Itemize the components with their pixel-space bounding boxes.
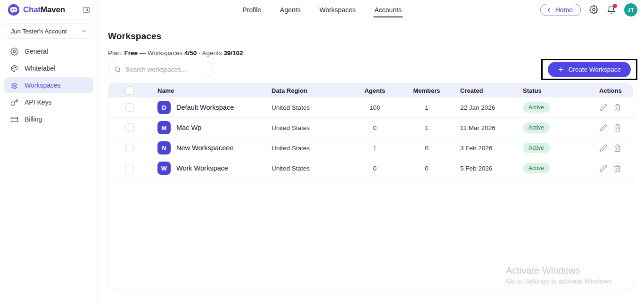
sidebar-item-label: Workspaces	[25, 81, 61, 89]
tab-workspaces[interactable]: Workspaces	[319, 0, 355, 19]
status-badge: Active	[523, 122, 550, 133]
home-button-label: Home	[555, 6, 573, 14]
workspace-name: Work Workspace	[176, 164, 228, 172]
workspace-members-count: 0	[401, 145, 453, 152]
gear-icon	[10, 48, 18, 56]
workspace-avatar: W	[157, 162, 171, 175]
account-selector-label: Jun Tester's Account	[11, 28, 67, 35]
workspace-avatar: M	[157, 121, 171, 134]
sidebar-item-api-keys[interactable]: API Keys	[4, 94, 93, 110]
create-workspace-button[interactable]: Create Workspace	[548, 62, 631, 77]
key-icon	[10, 98, 18, 106]
plan-dot: ·	[198, 49, 201, 57]
tab-profile[interactable]: Profile	[242, 0, 261, 19]
workspace-name: Default Workspace	[176, 104, 234, 111]
workspace-agents-count: 0	[349, 165, 401, 172]
workspace-name: Mac Wp	[176, 124, 201, 131]
workspace-created-date: 22 Jan 2026	[453, 104, 521, 111]
edit-pencil-icon[interactable]	[599, 104, 607, 112]
sidebar-item-label: Billing	[25, 115, 42, 123]
column-header-created: Created	[453, 87, 521, 94]
plan-workspaces-count: 4/50	[184, 49, 197, 57]
edit-pencil-icon[interactable]	[599, 124, 607, 132]
status-badge: Active	[523, 102, 550, 113]
palette-icon	[10, 65, 18, 73]
workspace-members-count: 1	[401, 104, 453, 111]
workspaces-table: Name Data Region Agents Members Created …	[108, 83, 633, 290]
sidebar-item-label: General	[25, 48, 48, 55]
status-badge: Active	[523, 163, 550, 173]
main-content: Workspaces Plan: Free — Workspaces 4/50 …	[98, 19, 644, 301]
settings-gear-icon[interactable]	[589, 5, 598, 14]
workspace-avatar: D	[157, 101, 171, 114]
row-checkbox[interactable]	[125, 164, 134, 172]
table-row: N New Workspaceee United States 1 0 3 Fe…	[108, 138, 633, 158]
plan-workspaces-label: Workspaces	[148, 49, 182, 57]
workspace-agents-count: 1	[349, 145, 401, 152]
layers-icon	[10, 81, 18, 89]
sidebar-item-whitelabel[interactable]: Whitelabel	[4, 60, 93, 76]
workspace-members-count: 0	[401, 165, 453, 172]
delete-trash-icon[interactable]	[613, 104, 621, 112]
delete-trash-icon[interactable]	[613, 144, 621, 152]
table-row: M Mac Wp United States 0 1 11 Mar 2026 A…	[108, 118, 633, 138]
brand-logo[interactable]: ChatMaven	[8, 4, 65, 16]
plan-label: Plan:	[108, 49, 123, 57]
plan-name: Free	[124, 49, 138, 57]
top-bar: ChatMaven Profile Agents Workspaces Acco…	[0, 0, 644, 19]
workspace-avatar: N	[157, 141, 171, 155]
plan-agents-label: Agents	[202, 49, 222, 57]
home-button[interactable]: Home	[540, 4, 581, 16]
notification-dot	[613, 4, 617, 8]
plus-icon	[558, 66, 564, 73]
sidebar-item-general[interactable]: General	[4, 43, 93, 59]
user-avatar[interactable]: JT	[624, 3, 637, 16]
plan-summary: Plan: Free — Workspaces 4/50 · Agents 39…	[108, 49, 633, 57]
notifications-bell[interactable]	[607, 5, 616, 14]
workspace-members-count: 1	[401, 124, 453, 131]
workspace-region: United States	[272, 165, 349, 172]
column-header-members: Members	[401, 87, 453, 94]
sidebar-item-label: API Keys	[25, 98, 52, 106]
workspace-region: United States	[272, 104, 349, 111]
tab-accounts[interactable]: Accounts	[374, 0, 402, 19]
delete-trash-icon[interactable]	[613, 164, 621, 172]
workspace-region: United States	[272, 124, 349, 131]
search-box	[108, 62, 214, 77]
sidebar-item-workspaces[interactable]: Workspaces	[4, 77, 93, 93]
plan-agents-count: 39/102	[223, 49, 243, 57]
brand-name: ChatMaven	[23, 5, 65, 15]
table-row: D Default Workspace United States 100 1 …	[108, 98, 633, 118]
column-header-agents: Agents	[349, 87, 401, 94]
create-workspace-highlight-box: Create Workspace	[541, 59, 637, 80]
workspace-name: New Workspaceee	[176, 144, 233, 152]
edit-pencil-icon[interactable]	[599, 164, 607, 172]
row-checkbox[interactable]	[125, 103, 134, 112]
workspace-agents-count: 100	[349, 104, 401, 111]
account-selector[interactable]: Jun Tester's Account	[4, 24, 93, 39]
sidebar: Jun Tester's Account General Whitelabel	[0, 19, 98, 301]
tab-agents[interactable]: Agents	[280, 0, 301, 19]
chevron-down-icon	[81, 28, 87, 34]
workspace-agents-count: 0	[349, 124, 401, 131]
table-row: W Work Workspace United States 0 0 5 Feb…	[108, 158, 633, 179]
search-input[interactable]	[125, 66, 208, 73]
chevron-left-icon	[546, 7, 552, 13]
column-header-data-region: Data Region	[272, 87, 349, 94]
logo-area: ChatMaven	[0, 0, 98, 19]
sidebar-toggle-icon[interactable]	[82, 6, 91, 14]
workspace-created-date: 5 Feb 2026	[453, 165, 521, 172]
table-header-row: Name Data Region Agents Members Created …	[108, 83, 633, 98]
workspace-created-date: 3 Feb 2026	[453, 145, 521, 152]
row-checkbox[interactable]	[125, 144, 134, 152]
sidebar-item-label: Whitelabel	[25, 65, 55, 72]
edit-pencil-icon[interactable]	[599, 144, 607, 152]
select-all-checkbox[interactable]	[125, 86, 134, 95]
top-navigation: Profile Agents Workspaces Accounts	[242, 0, 402, 19]
page-title: Workspaces	[108, 31, 633, 41]
row-checkbox[interactable]	[125, 123, 134, 132]
sidebar-item-billing[interactable]: Billing	[4, 111, 93, 127]
workspace-created-date: 11 Mar 2026	[453, 124, 521, 131]
delete-trash-icon[interactable]	[613, 124, 621, 132]
column-header-status: Status	[521, 87, 597, 94]
